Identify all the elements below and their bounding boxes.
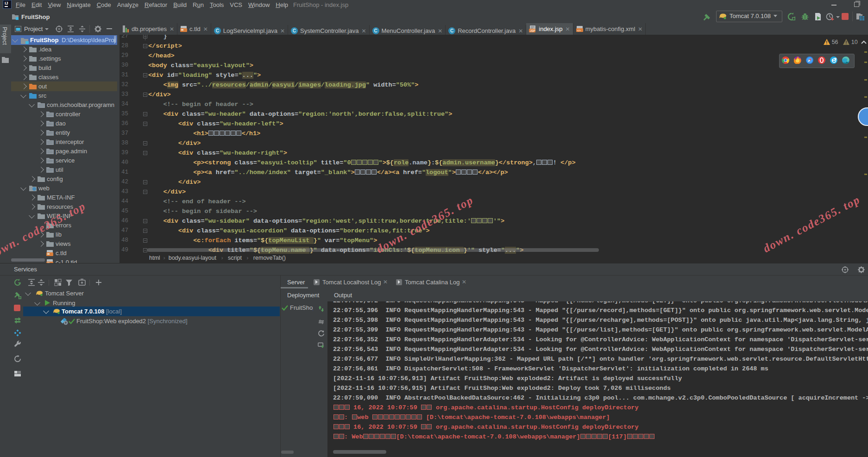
svg-text:JSP: JSP <box>530 29 535 32</box>
svg-text:</>: </> <box>577 29 581 32</box>
